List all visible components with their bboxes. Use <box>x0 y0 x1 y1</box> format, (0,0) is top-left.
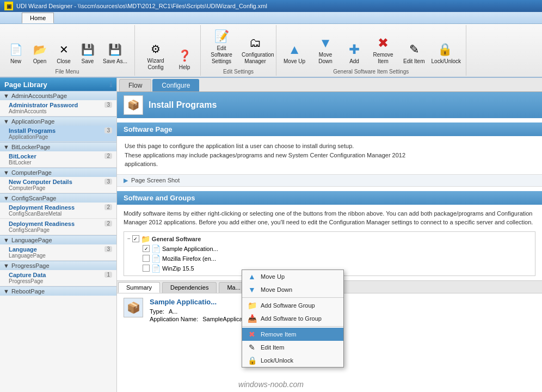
ctx-add-software-group-icon: 📁 <box>248 301 256 310</box>
tree-item-1[interactable]: 📄 Mozilla Firefox (en... <box>141 254 533 264</box>
sidebar-header: Page Library ℹ <box>0 78 116 91</box>
page-header: 📦 Install Programs <box>117 92 542 118</box>
expand-icon: ▶ <box>124 177 128 184</box>
item-name-new-computer: New Computer Details <box>9 179 112 185</box>
tab-summary[interactable]: Summary <box>118 282 160 293</box>
help-label: Help <box>179 64 190 71</box>
ctx-remove-item-label: Remove Item <box>261 331 296 338</box>
category-label-language: LanguagePage <box>11 237 52 243</box>
tree-item-0[interactable]: ✓ 📄 Sample Application... <box>141 244 533 254</box>
category-label-configscan: ConfigScanPage <box>11 195 57 201</box>
screenshot-label: Page Screen Shot <box>131 177 180 183</box>
count-install-programs: 3 <box>104 127 112 133</box>
chevron-icon-bitlocker: ▼ <box>3 144 9 150</box>
chevron-icon-computer: ▼ <box>3 169 9 176</box>
count-admin-password: 3 <box>104 102 112 108</box>
ctx-lock-unlock[interactable]: 🔒 Lock/Unlock <box>242 354 343 367</box>
save-as-icon: 💾 <box>107 41 124 58</box>
ctx-move-up[interactable]: ▲ Move Up <box>242 270 343 283</box>
tree-item-0-checkbox[interactable]: ✓ <box>143 245 150 252</box>
category-label-computer: ComputerPage <box>11 169 52 176</box>
ctx-remove-item[interactable]: ✖ Remove Item <box>242 328 343 341</box>
software-groups-section-bar: Software and Groups <box>117 191 542 205</box>
sidebar-category-bitlocker[interactable]: ▼ BitLockerPage <box>0 142 116 151</box>
lock-unlock-button[interactable]: 🔒 Lock/Unlock <box>429 39 461 66</box>
software-groups-title: Software and Groups <box>124 194 195 202</box>
detail-info: Sample Applicatio... Type: A... Applicat… <box>150 298 252 322</box>
count-bitlocker: 2 <box>104 153 112 159</box>
sidebar-item-deployment-2[interactable]: 2 Deployment Readiness ConfigScanPage <box>0 219 116 235</box>
tree-root-checkbox[interactable]: ✓ <box>132 235 139 242</box>
count-deployment-2: 2 <box>104 220 112 226</box>
tab-configure[interactable]: Configure <box>152 79 199 91</box>
open-button[interactable]: 📂 Open <box>28 39 51 66</box>
move-up-icon: ▲ <box>286 41 303 58</box>
app-icon: ▣ <box>4 2 13 10</box>
tab-home[interactable]: Home <box>22 13 54 23</box>
sidebar-category-progress[interactable]: ▼ ProgressPage <box>0 261 116 270</box>
sidebar-category-language[interactable]: ▼ LanguagePage <box>0 235 116 244</box>
sidebar-category-reboot[interactable]: ▼ RebootPage <box>0 286 116 296</box>
file-menu-group: 📄 New 📂 Open ✕ Close 💾 Save 💾 Save As...… <box>0 25 135 76</box>
edit-software-settings-icon: 📝 <box>213 28 230 45</box>
close-label: Close <box>57 58 71 65</box>
count-new-computer: 3 <box>104 179 112 185</box>
sidebar-category-admin[interactable]: ▼ AdminAccountsPage <box>0 91 116 100</box>
sidebar-item-language[interactable]: 3 Language LanguagePage <box>0 244 116 261</box>
wizard-config-button[interactable]: ⚙ Wizard Config <box>139 39 172 72</box>
count-capture-data: 1 <box>104 272 112 278</box>
category-label-bitlocker: BitLockerPage <box>11 144 51 150</box>
sidebar-item-new-computer[interactable]: 3 New Computer Details ComputerPage <box>0 177 116 193</box>
sidebar-item-capture-data[interactable]: 1 Capture Data ProgressPage <box>0 270 116 286</box>
sidebar-item-install-programs[interactable]: 3 Install Programs ApplicationPage <box>0 126 116 142</box>
sidebar-item-admin-password[interactable]: 3 Administrator Password AdminAccounts <box>0 100 116 117</box>
tab-flow[interactable]: Flow <box>119 79 151 91</box>
tree-item-0-icon: 📄 <box>151 244 161 253</box>
item-name-admin-password: Administrator Password <box>9 102 112 108</box>
sidebar-item-deployment-1[interactable]: 2 Deployment Readiness ConfigScanBareMet… <box>0 203 116 219</box>
type-label: Type: <box>150 308 164 315</box>
new-label: New <box>10 58 21 65</box>
add-button[interactable]: ✚ Add <box>343 39 366 66</box>
software-groups-area: Modify software items by either right-cl… <box>117 205 542 280</box>
ctx-add-software-group[interactable]: 📁 Add Software Group <box>242 299 343 312</box>
tab-dependencies[interactable]: Dependencies <box>162 282 217 293</box>
edit-item-button[interactable]: ✎ Edit Item <box>401 39 427 66</box>
type-value: A... <box>169 308 178 315</box>
tree-root-row[interactable]: − ✓ 📁 General Software <box>126 234 533 244</box>
tree-expand-icon[interactable]: − <box>127 236 131 242</box>
software-page-description: Use this page to configure the applicati… <box>117 136 542 175</box>
ctx-separator-2 <box>242 326 343 327</box>
new-button[interactable]: 📄 New <box>4 39 27 66</box>
chevron-icon-application: ▼ <box>3 118 9 125</box>
sidebar-category-configscan[interactable]: ▼ ConfigScanPage <box>0 193 116 203</box>
ctx-add-software-to-group[interactable]: 📥 Add Software to Group <box>242 312 343 325</box>
remove-item-label: Remove Item <box>369 52 397 65</box>
item-name-bitlocker: BitLocker <box>9 153 112 160</box>
configuration-manager-button[interactable]: 🗂 Configuration Manager <box>239 33 272 66</box>
sidebar-category-application[interactable]: ▼ ApplicationPage <box>0 117 116 126</box>
ctx-edit-item[interactable]: ✎ Edit Item <box>242 341 343 354</box>
info-icon[interactable]: ℹ <box>109 80 112 89</box>
move-down-button[interactable]: ▼ Move Down <box>309 33 342 66</box>
screenshot-bar[interactable]: ▶ Page Screen Shot <box>117 175 542 187</box>
save-as-button[interactable]: 💾 Save As... <box>100 39 130 66</box>
item-sub-language: LanguagePage <box>9 253 112 259</box>
ctx-move-down[interactable]: ▼ Move Down <box>242 283 343 296</box>
count-language: 3 <box>104 246 112 252</box>
title-bar: ▣ UDI Wizard Designer - \\sccm\sources\o… <box>0 0 542 12</box>
tree-item-1-checkbox[interactable] <box>143 255 150 262</box>
remove-item-button[interactable]: ✖ Remove Item <box>367 33 399 66</box>
sidebar-item-bitlocker[interactable]: 2 BitLocker BitLocker <box>0 151 116 168</box>
chevron-icon-admin: ▼ <box>3 93 9 99</box>
sidebar-category-computer[interactable]: ▼ ComputerPage <box>0 168 116 177</box>
save-button[interactable]: 💾 Save <box>76 39 99 66</box>
tree-item-2-icon: 📄 <box>151 264 161 273</box>
edit-software-settings-button[interactable]: 📝 Edit Software Settings <box>205 26 238 66</box>
tree-item-2-checkbox[interactable] <box>143 265 150 272</box>
move-up-button[interactable]: ▲ Move Up <box>281 39 308 66</box>
close-button[interactable]: ✕ Close <box>52 39 75 66</box>
configuration-manager-icon: 🗂 <box>247 34 264 52</box>
help-button[interactable]: ❓ Help <box>173 45 196 72</box>
save-label: Save <box>82 58 94 65</box>
